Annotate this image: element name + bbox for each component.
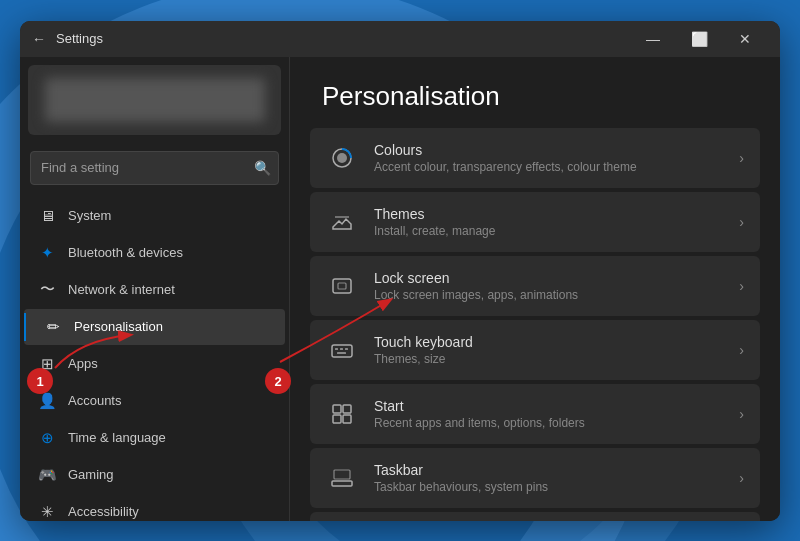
svg-rect-8 [337,352,346,354]
sidebar-item-gaming[interactable]: 🎮 Gaming [24,457,285,493]
sidebar: 🔍 🖥 System ✦ Bluetooth & devices 〜 Netwo… [20,57,290,521]
setting-item-colours[interactable]: Colours Accent colour, transparency effe… [310,128,760,188]
svg-point-1 [337,153,347,163]
apps-icon: ⊞ [38,355,56,373]
svg-rect-13 [332,481,352,486]
network-icon: 〜 [38,281,56,299]
svg-rect-9 [333,405,341,413]
setting-item-start[interactable]: Start Recent apps and items, options, fo… [310,384,760,444]
gaming-icon: 🎮 [38,466,56,484]
content-area: Personalisation Colours Accent colour, [290,57,780,521]
sidebar-item-system[interactable]: 🖥 System [24,198,285,234]
setting-item-fonts[interactable]: A Fonts › [310,512,760,521]
lock-screen-chevron: › [739,278,744,294]
sidebar-item-label: Accounts [68,393,121,408]
start-chevron: › [739,406,744,422]
sidebar-item-time[interactable]: ⊕ Time & language [24,420,285,456]
touch-keyboard-chevron: › [739,342,744,358]
colours-desc: Accent colour, transparency effects, col… [374,160,723,174]
nav-list: 🖥 System ✦ Bluetooth & devices 〜 Network… [20,193,289,521]
main-content: 🔍 🖥 System ✦ Bluetooth & devices 〜 Netwo… [20,57,780,521]
taskbar-title: Taskbar [374,462,723,478]
svg-rect-6 [340,348,343,350]
sidebar-item-label: Apps [68,356,98,371]
lock-screen-title: Lock screen [374,270,723,286]
svg-rect-11 [333,415,341,423]
sidebar-item-apps[interactable]: ⊞ Apps [24,346,285,382]
time-icon: ⊕ [38,429,56,447]
settings-list: Colours Accent colour, transparency effe… [290,128,780,521]
svg-rect-14 [334,470,350,479]
setting-item-themes[interactable]: Themes Install, create, manage › [310,192,760,252]
maximize-button[interactable]: ⬜ [676,23,722,55]
search-button[interactable]: 🔍 [254,160,271,176]
themes-icon [326,206,358,238]
start-icon [326,398,358,430]
taskbar-chevron: › [739,470,744,486]
colours-text: Colours Accent colour, transparency effe… [374,142,723,174]
content-header: Personalisation [290,57,780,128]
touch-keyboard-icon [326,334,358,366]
sidebar-item-network[interactable]: 〜 Network & internet [24,272,285,308]
title-bar: ← Settings — ⬜ ✕ [20,21,780,57]
sidebar-item-label: Bluetooth & devices [68,245,183,260]
setting-item-taskbar[interactable]: Taskbar Taskbar behaviours, system pins … [310,448,760,508]
personalisation-icon: ✏ [44,318,62,336]
setting-item-touch-keyboard[interactable]: Touch keyboard Themes, size › [310,320,760,380]
active-indicator [24,313,26,341]
svg-rect-5 [335,348,338,350]
sidebar-item-label: Accessibility [68,504,139,519]
touch-keyboard-title: Touch keyboard [374,334,723,350]
colours-title: Colours [374,142,723,158]
svg-rect-2 [333,279,351,293]
start-text: Start Recent apps and items, options, fo… [374,398,723,430]
sidebar-item-accounts[interactable]: 👤 Accounts [24,383,285,419]
start-desc: Recent apps and items, options, folders [374,416,723,430]
touch-keyboard-text: Touch keyboard Themes, size [374,334,723,366]
sidebar-item-label: Gaming [68,467,114,482]
sidebar-item-label: Time & language [68,430,166,445]
sidebar-item-label: System [68,208,111,223]
system-icon: 🖥 [38,207,56,225]
svg-rect-10 [343,405,351,413]
window-controls: — ⬜ ✕ [630,23,768,55]
accessibility-icon: ✳ [38,503,56,521]
themes-desc: Install, create, manage [374,224,723,238]
lock-screen-text: Lock screen Lock screen images, apps, an… [374,270,723,302]
sidebar-item-label: Network & internet [68,282,175,297]
svg-rect-3 [338,283,346,289]
taskbar-desc: Taskbar behaviours, system pins [374,480,723,494]
search-input[interactable] [30,151,279,185]
sidebar-item-label: Personalisation [74,319,163,334]
svg-rect-12 [343,415,351,423]
bluetooth-icon: ✦ [38,244,56,262]
settings-window: ← Settings — ⬜ ✕ 🔍 🖥 System [20,21,780,521]
close-button[interactable]: ✕ [722,23,768,55]
svg-rect-7 [345,348,348,350]
themes-text: Themes Install, create, manage [374,206,723,238]
colours-chevron: › [739,150,744,166]
sidebar-item-personalisation[interactable]: ✏ Personalisation [24,309,285,345]
profile-section [28,65,281,135]
profile-blur [45,78,265,122]
themes-title: Themes [374,206,723,222]
taskbar-icon [326,462,358,494]
lock-screen-icon [326,270,358,302]
title-bar-left: ← Settings [32,31,103,47]
accounts-icon: 👤 [38,392,56,410]
lock-screen-desc: Lock screen images, apps, animations [374,288,723,302]
touch-keyboard-desc: Themes, size [374,352,723,366]
start-title: Start [374,398,723,414]
back-button[interactable]: ← [32,31,46,47]
svg-rect-4 [332,345,352,357]
window-title: Settings [56,31,103,46]
setting-item-lock-screen[interactable]: Lock screen Lock screen images, apps, an… [310,256,760,316]
page-title: Personalisation [322,81,748,112]
taskbar-text: Taskbar Taskbar behaviours, system pins [374,462,723,494]
minimize-button[interactable]: — [630,23,676,55]
sidebar-item-bluetooth[interactable]: ✦ Bluetooth & devices [24,235,285,271]
themes-chevron: › [739,214,744,230]
search-box: 🔍 [30,151,279,185]
sidebar-item-accessibility[interactable]: ✳ Accessibility [24,494,285,521]
colours-icon [326,142,358,174]
